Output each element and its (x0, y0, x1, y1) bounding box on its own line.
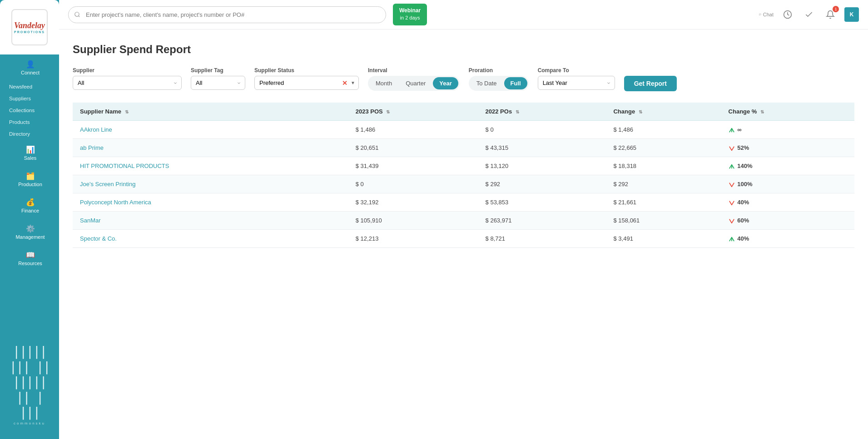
sidebar-item-newsfeed[interactable]: Newsfeed (0, 81, 59, 93)
sidebar-item-sales[interactable]: 📊 Sales (0, 140, 59, 166)
finance-icon: 💰 (26, 198, 35, 207)
sidebar-item-connect[interactable]: 👤 Connect (0, 54, 59, 81)
table-cell-name[interactable]: SanMar (73, 212, 348, 230)
search-container (68, 6, 386, 23)
table-cell-change: $ 292 (606, 175, 721, 193)
interval-month-button[interactable]: Month (369, 77, 398, 89)
page-title: Supplier Spend Report (73, 43, 854, 56)
supplier-link[interactable]: ab Prime (80, 144, 104, 151)
search-input[interactable] (68, 6, 386, 23)
sidebar-item-management[interactable]: ⚙️ Management (0, 219, 59, 245)
table-row: HIT PROMOTIONAL PRODUCTS $ 31,439 $ 13,1… (73, 157, 854, 175)
col-supplier-name[interactable]: Supplier Name ⇅ (73, 103, 348, 121)
nav-section: 👤 Connect Newsfeed Suppliers Collections… (0, 54, 59, 271)
sidebar-item-directory[interactable]: Directory (0, 128, 59, 140)
col-change-pct[interactable]: Change % ⇅ (721, 103, 854, 121)
table-cell-pos2023: $ 0 (348, 175, 478, 193)
checkmark-icon[interactable] (802, 7, 816, 22)
table-cell-name[interactable]: HIT PROMOTIONAL PRODUCTS (73, 157, 348, 175)
supplier-tag-filter-group: Supplier Tag All (191, 67, 245, 90)
table-cell-change-pct: 100% (721, 175, 854, 193)
table-cell-name[interactable]: ab Prime (73, 139, 348, 157)
production-icon: 🗂️ (26, 172, 35, 180)
sidebar-item-resources[interactable]: 📖 Resources (0, 245, 59, 271)
table-row: Spector & Co. $ 12,213 $ 8,721 $ 3,491 4… (73, 230, 854, 248)
sidebar-item-collections[interactable]: Collections (0, 104, 59, 116)
table-cell-change-pct: ∞ (721, 121, 854, 139)
table-cell-pos2022: $ 43,315 (478, 139, 606, 157)
get-report-button[interactable]: Get Report (624, 76, 677, 91)
webinar-button[interactable]: Webinarin 2 days (393, 4, 427, 25)
interval-quarter-button[interactable]: Quarter (399, 77, 432, 89)
filters-row: Supplier All AAkron Line ab Prime HIT PR… (73, 67, 854, 91)
table-cell-name[interactable]: Spector & Co. (73, 230, 348, 248)
page-content: Supplier Spend Report Supplier All AAkro… (59, 30, 868, 439)
table-header: Supplier Name ⇅ 2023 POS ⇅ 2022 POs ⇅ Ch… (73, 103, 854, 121)
supplier-filter-label: Supplier (73, 67, 182, 74)
person-icon: 👤 (26, 60, 35, 69)
topbar-icons: Chat 1 K (759, 7, 859, 22)
proration-label: Proration (469, 67, 529, 74)
proration-todate-button[interactable]: To Date (470, 77, 503, 89)
table-cell-pos2023: $ 105,910 (348, 212, 478, 230)
supplier-status-clear-button[interactable]: ✕ (342, 79, 347, 87)
chart-icon: 📊 (26, 145, 35, 154)
supplier-link[interactable]: HIT PROMOTIONAL PRODUCTS (80, 163, 169, 169)
table-row: ab Prime $ 20,651 $ 43,315 $ 22,665 52% (73, 139, 854, 157)
col-change[interactable]: Change ⇅ (606, 103, 721, 121)
table-cell-change: $ 3,491 (606, 230, 721, 248)
proration-filter-group: Proration To Date Full (469, 67, 529, 91)
supplier-link[interactable]: Polyconcept North America (80, 199, 151, 206)
col-2023-pos[interactable]: 2023 POS ⇅ (348, 103, 478, 121)
table-cell-change-pct: 40% (721, 193, 854, 212)
table-cell-pos2022: $ 13,120 (478, 157, 606, 175)
supplier-link[interactable]: Joe's Screen Printing (80, 181, 135, 187)
interval-filter-group: Interval Month Quarter Year (368, 67, 460, 91)
supplier-select[interactable]: All AAkron Line ab Prime HIT PROMOTIONAL… (73, 76, 182, 90)
table-cell-change: $ 21,661 (606, 193, 721, 212)
interval-toggle-group: Month Quarter Year (368, 76, 460, 91)
table-cell-change: $ 18,318 (606, 157, 721, 175)
sidebar-item-production[interactable]: 🗂️ Production (0, 166, 59, 192)
table-cell-pos2022: $ 0 (478, 121, 606, 139)
table-cell-pos2023: $ 31,439 (348, 157, 478, 175)
table-cell-name[interactable]: Polyconcept North America (73, 193, 348, 212)
sidebar-item-suppliers[interactable]: Suppliers (0, 93, 59, 104)
sidebar-item-products[interactable]: Products (0, 116, 59, 128)
table-cell-pos2022: $ 8,721 (478, 230, 606, 248)
table-cell-name[interactable]: Joe's Screen Printing (73, 175, 348, 193)
barcode-label: commonsku (5, 421, 55, 425)
compare-to-select[interactable]: Last Year Previous Year Custom (538, 76, 615, 90)
table-cell-pos2022: $ 263,971 (478, 212, 606, 230)
interval-year-button[interactable]: Year (433, 77, 458, 89)
user-avatar[interactable]: K (844, 7, 859, 22)
proration-toggle-group: To Date Full (469, 76, 529, 91)
proration-full-button[interactable]: Full (504, 77, 527, 89)
supplier-link[interactable]: AAkron Line (80, 126, 112, 133)
supplier-filter-group: Supplier All AAkron Line ab Prime HIT PR… (73, 67, 182, 90)
table-cell-change-pct: 60% (721, 212, 854, 230)
supplier-status-filter-group: Supplier Status ✕ ▼ (254, 67, 359, 90)
table-cell-pos2023: $ 12,213 (348, 230, 478, 248)
supplier-link[interactable]: SanMar (80, 217, 101, 224)
main-area: Webinarin 2 days Chat 1 K Supplier Spend… (59, 0, 868, 439)
resources-icon: 📖 (26, 251, 35, 259)
col-2022-pos[interactable]: 2022 POs ⇅ (478, 103, 606, 121)
table-cell-change-pct: 40% (721, 230, 854, 248)
table-body: AAkron Line $ 1,486 $ 0 $ 1,486 ∞ ab Pri… (73, 121, 854, 248)
management-icon: ⚙️ (26, 224, 35, 233)
sidebar-item-finance[interactable]: 💰 Finance (0, 192, 59, 219)
chat-icon[interactable]: Chat (759, 7, 774, 22)
supplier-status-label: Supplier Status (254, 67, 359, 74)
table-cell-name[interactable]: AAkron Line (73, 121, 348, 139)
notification-icon[interactable]: 1 (823, 7, 838, 22)
supplier-status-dropdown-icon[interactable]: ▼ (351, 80, 355, 85)
table-cell-pos2022: $ 53,853 (478, 193, 606, 212)
supplier-link[interactable]: Spector & Co. (80, 235, 117, 242)
supplier-tag-select[interactable]: All (191, 76, 245, 90)
clock-icon[interactable] (780, 7, 795, 22)
table-row: Joe's Screen Printing $ 0 $ 292 $ 292 10… (73, 175, 854, 193)
table-row: SanMar $ 105,910 $ 263,971 $ 158,061 60% (73, 212, 854, 230)
logo-tagline: PROMOTIONS (14, 30, 45, 34)
table-cell-change: $ 1,486 (606, 121, 721, 139)
